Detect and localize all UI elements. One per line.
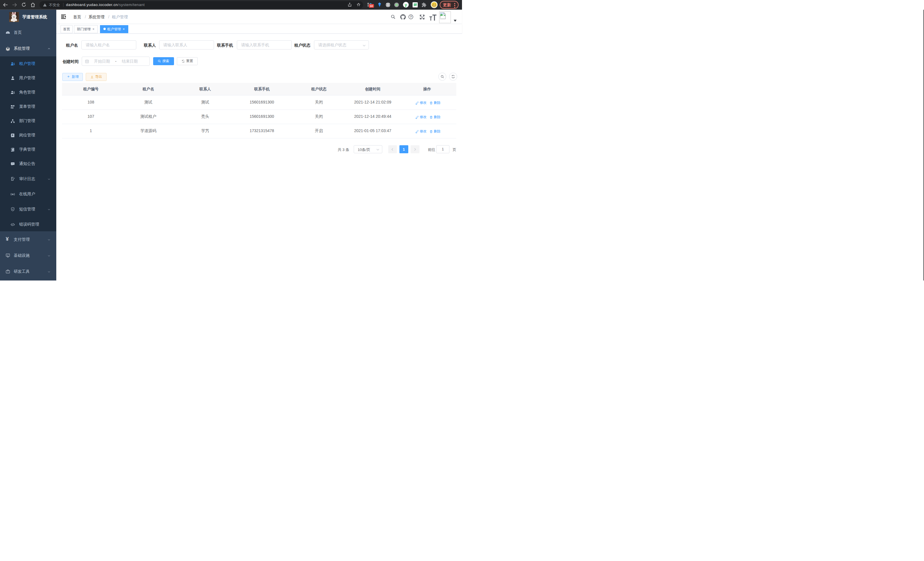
svg-text:?: ? xyxy=(410,15,412,19)
svg-text:y: y xyxy=(405,3,407,7)
